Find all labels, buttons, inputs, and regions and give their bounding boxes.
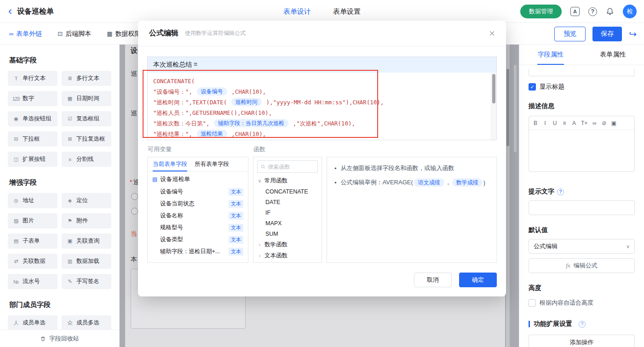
field-type-chip[interactable]: ⊞下拉复选框 bbox=[62, 131, 111, 147]
formula-code-text: "巡检人员：",GETUSERNAME(),CHAR(10), bbox=[153, 109, 272, 116]
function-item[interactable]: CONCATENATE bbox=[253, 186, 322, 197]
preview-button[interactable]: 预览 bbox=[554, 27, 586, 41]
canvas-scrollbar-thumb[interactable] bbox=[506, 69, 509, 146]
field-type-label: 扩展按钮 bbox=[23, 155, 46, 163]
edit-formula-button[interactable]: fx 编辑公式 bbox=[529, 258, 635, 273]
default-value-select[interactable]: 公式编辑 bbox=[529, 239, 635, 254]
notification-bell-icon[interactable] bbox=[606, 7, 614, 16]
variable-field-row[interactable]: 设备名称文本 bbox=[148, 210, 248, 222]
radio-option[interactable] bbox=[131, 193, 138, 200]
field-type-chip[interactable]: ⊟下拉框 bbox=[8, 131, 58, 147]
title-input-partial[interactable] bbox=[529, 69, 635, 76]
function-group[interactable]: ›文本函数 bbox=[253, 250, 322, 261]
field-type-chip[interactable]: ◉单选按钮组 bbox=[8, 111, 58, 126]
hint-help-icon[interactable] bbox=[557, 188, 564, 195]
auto-height-checkbox[interactable] bbox=[529, 299, 536, 307]
function-item[interactable]: SUM bbox=[253, 228, 322, 239]
function-group[interactable]: ∨常用函数 bbox=[253, 175, 322, 186]
field-type-chip[interactable]: ≣多行文本 bbox=[62, 71, 111, 86]
field-type-chip[interactable]: 众成员多选 bbox=[62, 315, 111, 330]
underline-icon[interactable]: U bbox=[552, 120, 558, 126]
variable-field-row[interactable]: 设备编号文本 bbox=[148, 186, 248, 198]
formula-code-area[interactable]: CONCATENATE("设备编号：", 设备编号 ,CHAR(10),"巡检时… bbox=[148, 73, 496, 140]
function-item[interactable]: DATE bbox=[253, 197, 322, 207]
function-search-input[interactable] bbox=[268, 164, 314, 170]
bold-icon[interactable]: B bbox=[533, 120, 538, 126]
font-size-icon[interactable]: T+ bbox=[581, 120, 587, 126]
field-type-label: 单行文本 bbox=[23, 74, 46, 82]
sidebar-section-title: 增强字段 bbox=[9, 178, 111, 187]
toolbar-link-backend-script[interactable]: ⊡后端脚本 bbox=[58, 30, 91, 38]
italic-icon[interactable]: I bbox=[542, 120, 548, 126]
form-tree-root[interactable]: 设备巡检单 bbox=[148, 173, 248, 186]
extension-help-icon[interactable] bbox=[579, 321, 586, 328]
field-type-chip[interactable]: ▨图片 bbox=[8, 213, 58, 228]
close-icon[interactable]: × bbox=[489, 28, 495, 39]
tab-current-form-fields[interactable]: 当前表单字段 bbox=[153, 157, 187, 171]
function-group[interactable]: ›数学函数 bbox=[253, 239, 322, 250]
variable-field-row[interactable]: 设备当前状态文本 bbox=[148, 198, 248, 210]
header-tabs: 表单设计表单设置 bbox=[283, 0, 361, 23]
toolbar-link-form-external-link[interactable]: ∞表单外链 bbox=[9, 30, 42, 38]
link-icon: ∞ bbox=[9, 30, 13, 37]
field-type-chip[interactable]: T单行文本 bbox=[8, 71, 58, 86]
field-type-chip[interactable]: ▦日期时间 bbox=[62, 91, 111, 106]
description-editor[interactable]: BIU≡AT+∞⊘▣ bbox=[529, 116, 635, 172]
show-title-checkbox[interactable] bbox=[529, 83, 536, 91]
tab-form-design[interactable]: 表单设计 bbox=[283, 7, 311, 16]
field-palette-sidebar: 基础字段T单行文本≣多行文本123数字▦日期时间◉单选按钮组☑复选框组⊟下拉框⊞… bbox=[0, 45, 120, 347]
image-icon[interactable]: ▣ bbox=[611, 120, 616, 126]
variable-field-row[interactable]: 设备类型文本 bbox=[148, 233, 248, 245]
data-manage-button[interactable]: 数据管理 bbox=[520, 5, 562, 18]
formula-code-text: ,"次巡检",CHAR(10), bbox=[289, 120, 355, 127]
toolbar-link-data-permission[interactable]: ▦数据权限 bbox=[107, 30, 141, 38]
field-type-chip[interactable]: ◫扩展按钮 bbox=[8, 152, 58, 167]
field-type-chip[interactable]: 123数字 bbox=[8, 91, 58, 106]
field-type-chip[interactable]: ◈定位 bbox=[62, 193, 111, 208]
share-icon[interactable]: ↪ bbox=[629, 29, 637, 39]
field-type-chip[interactable]: ▣关联查询 bbox=[62, 233, 111, 249]
variable-field-row[interactable]: 辅助字段：巡检日期+...文本 bbox=[148, 245, 248, 257]
chevron-down-icon: ∨ bbox=[258, 178, 262, 183]
form-tree-root-label: 设备巡检单 bbox=[160, 175, 190, 183]
field-recycle-bin[interactable]: 字段回收站 bbox=[0, 330, 119, 347]
cancel-button[interactable]: 取消 bbox=[414, 273, 452, 287]
back-icon[interactable]: ‹ bbox=[8, 6, 12, 17]
field-type-chip[interactable]: ⚑附件 bbox=[62, 213, 111, 228]
unlink-icon[interactable]: ⊘ bbox=[601, 120, 607, 126]
field-type-chip[interactable]: ✎手写签名 bbox=[62, 274, 111, 289]
add-action-button[interactable]: 添加操作 bbox=[529, 335, 635, 347]
formula-code-text: "巡检结果：", bbox=[153, 131, 196, 137]
function-item[interactable]: MAPX bbox=[253, 218, 322, 228]
hint-text-input[interactable] bbox=[529, 200, 635, 215]
panel-scrollbar-thumb[interactable] bbox=[514, 65, 517, 152]
tab-field-properties[interactable]: 字段属性 bbox=[519, 45, 582, 65]
function-item[interactable]: IF bbox=[253, 207, 322, 218]
script-icon: ⊡ bbox=[58, 30, 63, 37]
confirm-button[interactable]: 确定 bbox=[459, 273, 497, 287]
tab-form-properties[interactable]: 表单属性 bbox=[582, 45, 644, 65]
link-icon[interactable]: ∞ bbox=[592, 120, 597, 126]
field-type-chip[interactable]: ▤子表单 bbox=[8, 233, 58, 249]
field-type-chip[interactable]: ≡分割线 bbox=[62, 152, 111, 167]
field-type-chip[interactable]: №流水号 bbox=[8, 274, 58, 289]
radio-option[interactable] bbox=[131, 208, 138, 215]
tab-form-settings[interactable]: 表单设置 bbox=[333, 7, 361, 16]
variable-field-row[interactable]: 规格型号文本 bbox=[148, 222, 248, 233]
font-color-icon[interactable]: A bbox=[571, 120, 577, 126]
field-type-chip[interactable]: ◎地址 bbox=[8, 193, 58, 208]
image-field-icon: ▨ bbox=[12, 218, 20, 224]
formula-field-pill: 设备编号 bbox=[197, 87, 227, 96]
avatar[interactable]: 检 bbox=[623, 5, 637, 18]
formula-scrollbar-track[interactable] bbox=[491, 73, 496, 140]
align-icon[interactable]: ≡ bbox=[562, 120, 567, 126]
help-icon[interactable]: ? bbox=[588, 7, 597, 16]
field-type-chip[interactable]: ☑复选框组 bbox=[62, 111, 111, 126]
field-type-chip[interactable]: ⇄关联数据 bbox=[8, 254, 58, 269]
tab-all-form-fields[interactable]: 所有表单字段 bbox=[195, 157, 229, 171]
save-button[interactable]: 保存 bbox=[592, 27, 622, 41]
field-type-chip[interactable]: 人成员单选 bbox=[8, 315, 58, 330]
formula-scrollbar-thumb[interactable] bbox=[492, 74, 495, 103]
language-icon[interactable]: A bbox=[570, 7, 580, 16]
field-type-chip[interactable]: ▥数据加载 bbox=[62, 254, 111, 269]
